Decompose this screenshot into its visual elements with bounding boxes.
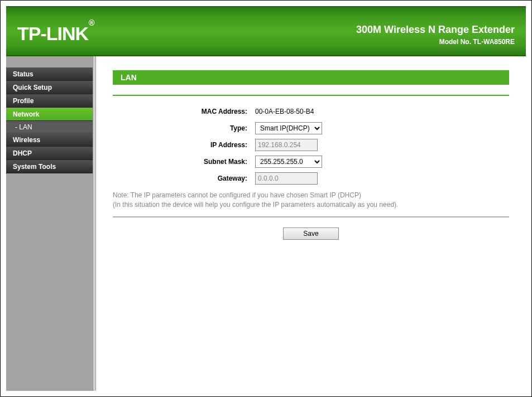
- label-type: Type:: [113, 124, 255, 132]
- value-mac: 00-0A-EB-08-50-B4: [255, 108, 314, 115]
- row-ip: IP Address:: [113, 137, 509, 153]
- sidebar-item-network[interactable]: Network: [6, 108, 93, 121]
- sidebar-item-system-tools[interactable]: System Tools: [6, 160, 93, 173]
- sidebar-item-wireless[interactable]: Wireless: [6, 133, 93, 147]
- sidebar: Status Quick Setup Profile Network - LAN…: [6, 56, 93, 391]
- header-right: 300M Wireless N Range Extender Model No.…: [356, 24, 515, 46]
- note-text: Note: The IP parameters cannot be config…: [113, 191, 509, 210]
- sidebar-item-dhcp[interactable]: DHCP: [6, 147, 93, 160]
- label-ip: IP Address:: [113, 141, 255, 149]
- ip-input[interactable]: [255, 139, 318, 151]
- app-window: TP-LINK® 300M Wireless N Range Extender …: [0, 0, 532, 397]
- row-type: Type: Smart IP(DHCP): [113, 120, 509, 136]
- divider-bottom: [113, 216, 509, 217]
- brand-logo: TP-LINK®: [17, 23, 94, 45]
- mask-select[interactable]: 255.255.255.0: [255, 156, 322, 168]
- save-button[interactable]: Save: [283, 227, 339, 240]
- app-frame: TP-LINK® 300M Wireless N Range Extender …: [6, 6, 526, 391]
- divider-top: [113, 95, 509, 96]
- label-gateway: Gateway:: [113, 175, 255, 182]
- row-gateway: Gateway:: [113, 171, 509, 186]
- header: TP-LINK® 300M Wireless N Range Extender …: [6, 6, 526, 56]
- content: LAN MAC Address: 00-0A-EB-08-50-B4 Type:…: [96, 56, 526, 391]
- note-line1: Note: The IP parameters cannot be config…: [113, 191, 361, 199]
- sidebar-item-quick-setup[interactable]: Quick Setup: [6, 81, 93, 94]
- product-title: 300M Wireless N Range Extender: [356, 24, 515, 36]
- brand-reg-icon: ®: [89, 18, 94, 27]
- row-mask: Subnet Mask: 255.255.255.0: [113, 154, 509, 170]
- brand-text: TP-LINK: [17, 23, 88, 44]
- sidebar-item-profile[interactable]: Profile: [6, 94, 93, 108]
- gateway-input[interactable]: [255, 172, 318, 185]
- sidebar-item-status[interactable]: Status: [6, 67, 93, 81]
- body: Status Quick Setup Profile Network - LAN…: [6, 56, 526, 391]
- label-mac: MAC Address:: [113, 108, 255, 115]
- section-title: LAN: [113, 70, 509, 85]
- type-select[interactable]: Smart IP(DHCP): [255, 122, 322, 134]
- row-mac: MAC Address: 00-0A-EB-08-50-B4: [113, 104, 509, 119]
- label-mask: Subnet Mask:: [113, 158, 255, 166]
- save-row: Save: [113, 227, 509, 240]
- note-line2: (In this situation the device will help …: [113, 201, 398, 209]
- sidebar-subitem-lan[interactable]: - LAN: [6, 121, 93, 133]
- product-model: Model No. TL-WA850RE: [356, 38, 515, 46]
